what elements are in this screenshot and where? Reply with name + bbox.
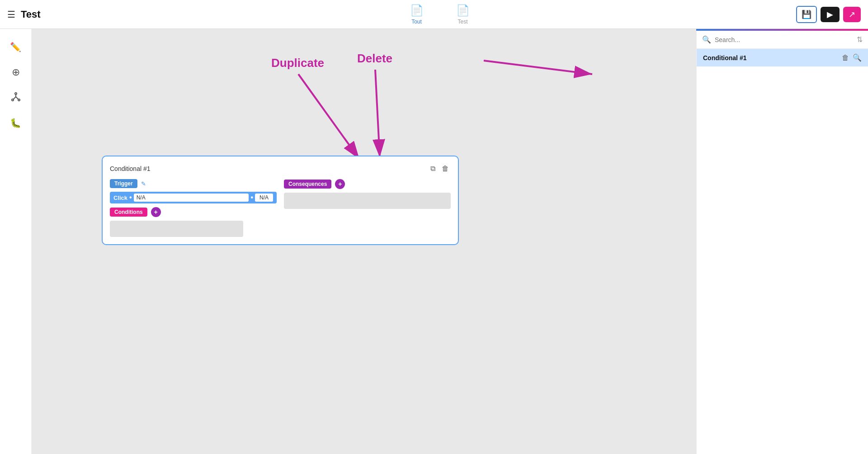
export-button[interactable]: ↗ [843,7,861,22]
hamburger-icon[interactable]: ☰ [7,9,15,20]
header-tabs: 📄 Tout 📄 Test [90,0,789,28]
network-icon [10,91,21,104]
panel-item-actions: 🗑 🔍 [842,53,862,62]
panel-conditional-item[interactable]: Conditional #1 🗑 🔍 [697,49,868,66]
panel-filter-icon[interactable]: ⇅ [857,35,863,44]
svg-point-0 [15,93,17,95]
consequences-tag: Consequences [284,180,331,189]
trigger-edit-icon[interactable]: ✎ [141,180,146,187]
panel-item-label: Conditional #1 [703,54,746,61]
conditions-section-header: Conditions + [110,207,277,217]
svg-line-5 [16,97,19,99]
bug-icon: 🐛 [10,118,21,128]
sidebar-add-button[interactable]: ⊕ [5,61,27,83]
trigger-click-label: Click [113,194,127,201]
panel-search-icon: 🔍 [702,35,711,44]
add-circle-icon: ⊕ [12,66,20,78]
tab-tout[interactable]: 📄 Tout [403,0,431,28]
card-header: Conditional #1 ⧉ 🗑 [110,164,451,174]
panel-item-delete-button[interactable]: 🗑 [842,53,849,62]
consequences-section-header: Consequences + [284,179,451,189]
svg-line-9 [484,61,592,74]
delete-annotation: Delete [357,52,392,66]
conditional-card: Conditional #1 ⧉ 🗑 Trigger ✎ Click • • [102,156,459,245]
trigger-tag: Trigger [110,179,137,188]
conditions-empty-box [110,221,243,237]
trigger-dot2: • [250,194,253,202]
tab-test-label: Test [458,19,467,25]
duplicate-button[interactable]: ⧉ [429,164,437,174]
trigger-row: Click • • N/A [110,192,277,203]
card-left-section: Trigger ✎ Click • • N/A Conditions + [110,179,277,237]
conditions-add-button[interactable]: + [151,207,161,217]
consequences-add-button[interactable]: + [335,179,345,189]
tab-tout-label: Tout [411,19,422,25]
tout-icon: 📄 [410,4,424,17]
save-button[interactable]: 💾 [796,6,817,23]
play-button[interactable]: ▶ [821,7,840,22]
rainbow-bar [696,29,868,31]
conditions-tag: Conditions [110,208,147,217]
svg-line-7 [298,74,359,159]
sidebar-debug-button[interactable]: 🐛 [5,112,27,134]
sidebar-network-button[interactable] [5,87,27,109]
left-sidebar: ✏️ ⊕ 🐛 [0,29,32,454]
tab-test[interactable]: 📄 Test [449,0,477,28]
sidebar-edit-button[interactable]: ✏️ [5,36,27,58]
header-right: 💾 ▶ ↗ [789,6,868,23]
header-left: ☰ Test [0,9,90,20]
test-icon: 📄 [456,4,470,17]
right-panel: 🔍 ⇅ Conditional #1 🗑 🔍 [696,29,868,454]
trigger-input[interactable] [134,194,249,202]
duplicate-annotation: Duplicate [271,56,324,70]
delete-button[interactable]: 🗑 [440,164,451,174]
trigger-dot: • [129,194,132,202]
panel-search-input[interactable] [715,36,853,43]
svg-line-8 [375,70,380,157]
consequences-empty-box [284,193,451,209]
panel-search-bar: 🔍 ⇅ [697,31,868,49]
edit-icon: ✏️ [10,42,21,52]
trigger-nna: N/A [255,194,273,202]
trigger-section-header: Trigger ✎ [110,179,277,188]
app-title: Test [21,9,41,20]
panel-item-search-button[interactable]: 🔍 [853,53,862,62]
card-actions: ⧉ 🗑 [429,164,451,174]
svg-line-4 [13,97,16,99]
main-canvas: Duplicate Delete Conditional #1 ⧉ 🗑 Trig… [32,29,696,454]
card-title: Conditional #1 [110,165,151,172]
card-body: Trigger ✎ Click • • N/A Conditions + [110,179,451,237]
card-right-section: Consequences + [284,179,451,237]
app-header: ☰ Test 📄 Tout 📄 Test 💾 ▶ ↗ [0,0,868,29]
